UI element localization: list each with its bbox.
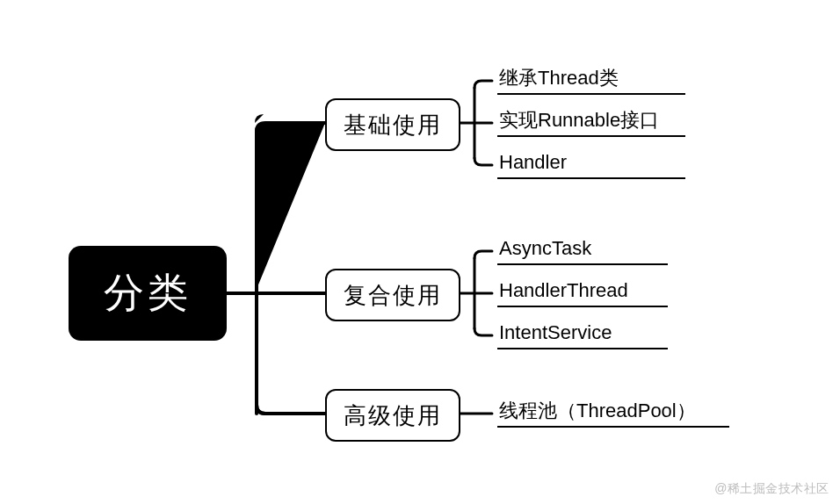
branch-label: 高级使用 [344,400,442,431]
leaf-label: 继承Thread类 [499,67,619,89]
leaf-item: 实现Runnable接口 [497,109,685,137]
watermark-label: @稀土掘金技术社区 [714,481,829,495]
watermark-text: @稀土掘金技术社区 [714,481,829,497]
leaf-item: IntentService [497,321,668,349]
leaf-item: Handler [497,151,685,179]
leaf-label: HandlerThread [499,279,628,301]
leaf-label: 实现Runnable接口 [499,109,659,131]
leaf-item: 线程池（ThreadPool） [497,400,729,428]
root-label: 分类 [104,266,192,320]
branch-label: 基础使用 [344,110,442,140]
leaf-label: Handler [499,151,567,173]
leaf-label: AsyncTask [499,237,591,259]
branch-node-basic: 基础使用 [325,98,460,151]
branch-node-composite: 复合使用 [325,269,460,321]
leaf-label: IntentService [499,321,612,343]
leaf-item: HandlerThread [497,279,668,307]
leaf-item: AsyncTask [497,237,668,265]
leaf-label: 线程池（ThreadPool） [499,400,696,421]
branch-label: 复合使用 [344,280,442,311]
branch-node-advanced: 高级使用 [325,389,460,442]
root-node: 分类 [69,246,227,341]
leaf-item: 继承Thread类 [497,67,685,95]
